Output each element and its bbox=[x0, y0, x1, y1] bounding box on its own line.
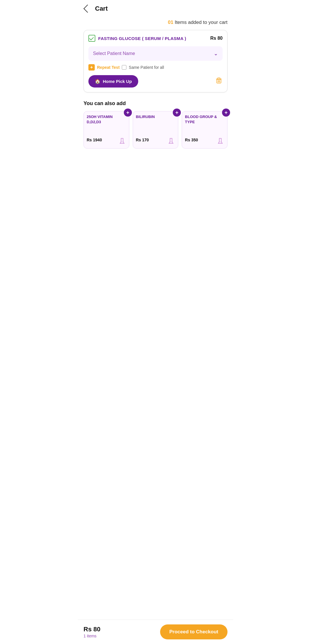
card-bottom: 🏠 Home Pick Up bbox=[88, 75, 223, 88]
cart-summary: 01 Items added to your cart bbox=[78, 17, 233, 30]
suggestions-title: You can also add bbox=[84, 100, 227, 107]
home-icon: 🏠 bbox=[95, 79, 100, 84]
test-tube-icon-3 bbox=[216, 137, 224, 145]
header: Cart bbox=[78, 0, 233, 17]
delete-button[interactable] bbox=[215, 77, 223, 86]
same-patient-label: Same Patient for all bbox=[129, 65, 164, 70]
test-tube-icon-1 bbox=[118, 137, 126, 145]
home-pickup-button[interactable]: 🏠 Home Pick Up bbox=[88, 75, 138, 88]
suggestion-card-1: + 25OH VITAMIN D,D2,D3 Rs 1940 bbox=[84, 111, 129, 149]
suggestion-3-name: BLOOD GROUP & TYPE bbox=[185, 114, 224, 125]
test-tube-icon-2 bbox=[167, 137, 175, 145]
select-patient-dropdown[interactable]: Select Patient Name ⌄ bbox=[88, 46, 223, 61]
suggestion-3-price: Rs 350 bbox=[185, 138, 198, 142]
item-name: FASTING GLUCOSE ( SERUM / PLASMA ) bbox=[98, 36, 186, 41]
checkout-button[interactable]: Proceed to Checkout bbox=[160, 624, 227, 639]
repeat-test-label: Repeat Test bbox=[97, 65, 120, 70]
cart-item-card: FASTING GLUCOSE ( SERUM / PLASMA ) Rs 80… bbox=[84, 30, 227, 92]
select-patient-text: Select Patient Name bbox=[93, 51, 135, 56]
back-arrow-icon bbox=[84, 5, 92, 13]
footer-left: Rs 80 1 items bbox=[84, 626, 100, 638]
suggestion-1-name: 25OH VITAMIN D,D2,D3 bbox=[87, 114, 126, 125]
suggestion-card-3: + BLOOD GROUP & TYPE Rs 350 bbox=[182, 111, 227, 149]
repeat-test-row: + Repeat Test Same Patient for all bbox=[88, 64, 223, 71]
same-patient-checkbox[interactable] bbox=[122, 65, 126, 70]
item-checkbox[interactable] bbox=[88, 35, 95, 42]
home-pickup-label: Home Pick Up bbox=[103, 79, 132, 84]
footer-total-price: Rs 80 bbox=[84, 626, 100, 633]
footer-items-count: 1 items bbox=[84, 634, 100, 638]
page-title: Cart bbox=[95, 5, 108, 12]
item-price: Rs 80 bbox=[210, 36, 223, 41]
suggestion-2-price: Rs 170 bbox=[136, 138, 149, 142]
add-suggestion-3-button[interactable]: + bbox=[222, 109, 230, 117]
cart-count: 01 bbox=[168, 20, 173, 25]
add-suggestion-1-button[interactable]: + bbox=[124, 109, 132, 117]
trash-icon bbox=[215, 77, 223, 84]
suggestion-2-name: BILIRUBIN bbox=[136, 114, 175, 119]
footer-bar: Rs 80 1 items Proceed to Checkout bbox=[78, 620, 233, 644]
suggestion-card-2: + BILIRUBIN Rs 170 bbox=[133, 111, 179, 149]
cart-summary-text: Items added to your cart bbox=[175, 20, 227, 25]
cart-item-header: FASTING GLUCOSE ( SERUM / PLASMA ) Rs 80 bbox=[88, 35, 223, 42]
repeat-plus-icon[interactable]: + bbox=[88, 64, 95, 71]
suggestion-1-price: Rs 1940 bbox=[87, 138, 102, 142]
suggestions-section: You can also add + 25OH VITAMIN D,D2,D3 … bbox=[78, 98, 233, 153]
add-suggestion-2-button[interactable]: + bbox=[173, 109, 181, 117]
suggestions-row: + 25OH VITAMIN D,D2,D3 Rs 1940 + BILIRUB… bbox=[84, 111, 227, 149]
chevron-down-icon: ⌄ bbox=[214, 50, 218, 57]
back-button[interactable] bbox=[84, 5, 92, 13]
cart-item-left: FASTING GLUCOSE ( SERUM / PLASMA ) bbox=[88, 35, 186, 42]
